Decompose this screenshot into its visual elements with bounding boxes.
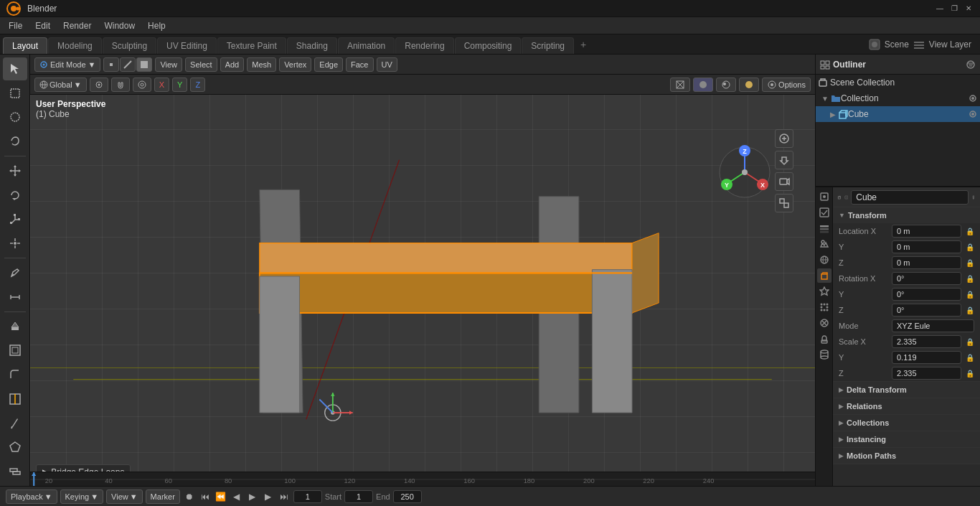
play-btn[interactable]: ▶	[246, 490, 259, 503]
menu-edit[interactable]: Edit	[29, 19, 56, 32]
transform-section-header[interactable]: ▼ Transform	[833, 207, 980, 223]
step-forward-btn[interactable]: ▶	[262, 490, 275, 503]
jump-end-btn[interactable]: ⏭	[278, 490, 291, 503]
scale-tool-btn[interactable]	[3, 208, 27, 231]
view-dropdown[interactable]: View ▼	[106, 489, 143, 504]
menu-file[interactable]: File	[3, 19, 28, 32]
start-frame-input[interactable]	[344, 490, 373, 503]
x-constraint-btn[interactable]: X	[154, 78, 169, 92]
rotation-y-value[interactable]: 0°	[892, 288, 961, 301]
location-y-value[interactable]: 0 m	[892, 240, 961, 253]
circle-select-btn[interactable]	[3, 106, 27, 129]
maximize-btn[interactable]: ❐	[948, 3, 960, 14]
scene-collection-item[interactable]: Scene Collection	[816, 75, 980, 90]
menu-window[interactable]: Window	[98, 19, 141, 32]
keying-dropdown[interactable]: Keying ▼	[60, 489, 104, 504]
loop-cut-btn[interactable]	[3, 388, 27, 411]
knife-btn[interactable]	[3, 412, 27, 435]
camera-view-btn[interactable]	[775, 172, 793, 191]
prop-icon-constraints[interactable]	[817, 332, 831, 346]
scale-x-value[interactable]: 2.335	[892, 335, 961, 348]
lock-icon-rx[interactable]: 🔒	[966, 275, 974, 283]
zoom-in-btn[interactable]	[775, 129, 793, 148]
tab-scripting[interactable]: Scripting	[522, 37, 574, 54]
overlay-btn[interactable]: Options	[762, 78, 811, 92]
location-z-value[interactable]: 0 m	[892, 256, 961, 269]
jump-back-btn[interactable]: ⏪	[215, 490, 227, 503]
menu-render[interactable]: Render	[57, 19, 97, 32]
annotate-btn[interactable]	[3, 261, 27, 284]
transform-orientation-btn[interactable]: Global ▼	[34, 78, 87, 92]
tab-uv-editing[interactable]: UV Editing	[157, 37, 217, 54]
y-constraint-btn[interactable]: Y	[172, 78, 187, 92]
lasso-select-btn[interactable]	[3, 130, 27, 153]
mesh-menu-btn[interactable]: Mesh	[247, 57, 276, 72]
menu-help[interactable]: Help	[142, 19, 171, 32]
prop-icon-output[interactable]	[817, 205, 831, 220]
jump-start-btn[interactable]: ⏮	[199, 490, 212, 503]
pivot-btn[interactable]	[90, 78, 108, 92]
prop-icon-modifier[interactable]	[817, 284, 831, 299]
collection-eye-icon[interactable]	[969, 94, 977, 103]
viewport-shading-wire-btn[interactable]	[670, 78, 690, 92]
viewport-gizmo[interactable]: Z X Y	[716, 144, 766, 194]
collections-header[interactable]: ▶ Collections	[833, 415, 980, 431]
viewport-shading-render-btn[interactable]	[739, 78, 759, 92]
add-menu-btn[interactable]: Add	[220, 57, 245, 72]
scale-z-value[interactable]: 2.335	[892, 367, 961, 380]
face-menu-btn[interactable]: Face	[346, 57, 373, 72]
prop-icon-scene[interactable]	[817, 237, 831, 251]
viewport-3d[interactable]: Edit Mode ▼ View Select Add Mesh Vertex	[30, 55, 815, 486]
select-menu-btn[interactable]: Select	[185, 57, 217, 72]
pin-icon[interactable]	[971, 192, 976, 202]
tab-shading[interactable]: Shading	[287, 37, 337, 54]
face-select-btn[interactable]	[136, 57, 152, 72]
frame-record-btn[interactable]: ⏺	[183, 490, 196, 503]
prop-mode-icon[interactable]	[844, 192, 849, 202]
instancing-header[interactable]: ▶ Instancing	[833, 431, 980, 447]
lock-icon-lx[interactable]: 🔒	[966, 228, 974, 235]
grab-btn[interactable]	[775, 151, 793, 169]
tab-sculpting[interactable]: Sculpting	[103, 37, 156, 54]
edit-mode-dropdown[interactable]: Edit Mode ▼	[34, 57, 100, 72]
view-menu-btn[interactable]: View	[155, 57, 182, 72]
rotation-x-value[interactable]: 0°	[892, 272, 961, 285]
snapping-btn[interactable]	[111, 78, 130, 92]
collection-item[interactable]: ▼ Collection	[816, 90, 980, 106]
object-name-input[interactable]	[851, 190, 969, 205]
tab-texture-paint[interactable]: Texture Paint	[217, 37, 286, 54]
prop-icon-object[interactable]	[817, 268, 831, 283]
vertex-select-btn[interactable]	[103, 57, 119, 72]
box-select-btn[interactable]	[3, 82, 27, 105]
z-constraint-btn[interactable]: Z	[190, 78, 205, 92]
viewport-shading-solid-btn[interactable]	[693, 78, 713, 92]
location-x-value[interactable]: 0 m	[892, 225, 961, 238]
move-tool-btn[interactable]	[3, 159, 27, 182]
delta-transform-header[interactable]: ▶ Delta Transform	[833, 382, 980, 398]
close-btn[interactable]: ✕	[963, 3, 974, 14]
cube-item[interactable]: ▶ Cube	[816, 106, 980, 122]
local-view-btn[interactable]	[775, 194, 793, 212]
inset-btn[interactable]	[3, 339, 27, 362]
vertex-menu-btn[interactable]: Vertex	[279, 57, 311, 72]
select-tool-btn[interactable]	[3, 57, 27, 80]
lock-icon-ly[interactable]: 🔒	[966, 243, 974, 251]
prop-icon-render[interactable]	[817, 189, 831, 204]
tab-modeling[interactable]: Modeling	[48, 37, 102, 54]
shear-btn[interactable]	[3, 460, 27, 483]
marker-dropdown[interactable]: Marker	[146, 489, 180, 504]
add-workspace-btn[interactable]: +	[575, 36, 592, 53]
filter-icon[interactable]	[966, 60, 976, 70]
measure-btn[interactable]	[3, 286, 27, 309]
proportional-edit-btn[interactable]	[133, 78, 151, 92]
minimize-btn[interactable]: —	[934, 3, 946, 14]
rotation-z-value[interactable]: 0°	[892, 304, 961, 317]
prop-icon-physics[interactable]	[817, 316, 831, 330]
lock-icon-sy[interactable]: 🔒	[966, 354, 974, 362]
edge-menu-btn[interactable]: Edge	[314, 57, 343, 72]
edge-select-btn[interactable]	[120, 57, 136, 72]
current-frame-input[interactable]	[293, 490, 322, 503]
prop-icon-data[interactable]	[817, 347, 831, 362]
uv-menu-btn[interactable]: UV	[377, 57, 397, 72]
motion-paths-header[interactable]: ▶ Motion Paths	[833, 448, 980, 464]
